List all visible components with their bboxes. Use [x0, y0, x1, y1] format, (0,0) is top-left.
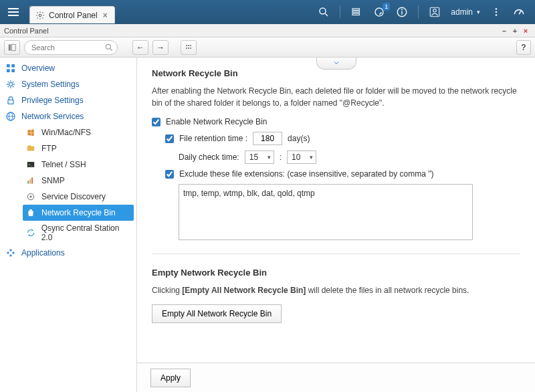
retention-checkbox[interactable]: [165, 134, 174, 143]
exclude-row: Exclude these file extensions: (case ins…: [165, 169, 520, 179]
exclude-textarea[interactable]: [179, 184, 473, 240]
sidebar-item-label: Win/Mac/NFS: [41, 128, 91, 137]
svg-point-23: [186, 47, 187, 49]
svg-rect-16: [9, 44, 11, 50]
sidebar-item-snmp[interactable]: SNMP: [20, 173, 136, 189]
gear-icon: [5, 79, 16, 90]
daily-label: Daily check time:: [179, 153, 239, 162]
search-icon[interactable]: [317, 5, 330, 19]
retention-label: File retention time :: [179, 134, 247, 143]
retention-row: File retention time : day(s): [165, 132, 520, 145]
svg-line-19: [110, 48, 112, 50]
divider: [418, 5, 419, 19]
apply-button[interactable]: Apply: [150, 369, 191, 387]
close-icon[interactable]: ×: [102, 11, 109, 20]
terminal-icon: >_: [25, 159, 36, 170]
svg-point-1: [320, 8, 326, 14]
notification-badge: 1: [383, 3, 390, 11]
grid-view-button[interactable]: [181, 40, 197, 55]
folder-icon: [25, 143, 36, 154]
help-button[interactable]: ?: [516, 40, 531, 55]
sidebar-item-system-settings[interactable]: System Settings: [0, 76, 136, 92]
svg-point-0: [39, 14, 41, 17]
window-titlebar: Control Panel – + ×: [0, 24, 535, 37]
top-bar: Control Panel × 1 admin ▾: [0, 0, 535, 24]
svg-rect-37: [27, 181, 29, 184]
user-icon[interactable]: [428, 5, 441, 19]
sidebar-item-telnet-ssh[interactable]: >_ Telnet / SSH: [20, 157, 136, 173]
svg-point-18: [106, 44, 110, 49]
window-maximize-button[interactable]: +: [510, 27, 520, 35]
svg-point-30: [9, 82, 12, 86]
sidebar-item-privilege-settings[interactable]: Privilege Settings: [0, 92, 136, 108]
retention-unit: day(s): [288, 134, 310, 143]
sidebar-item-label: Network Services: [21, 112, 84, 121]
content-area: Network Recycle Bin After enabling the N…: [137, 58, 535, 392]
svg-line-15: [519, 11, 521, 14]
sidebar-item-label: Applications: [21, 248, 65, 258]
globe-icon: [5, 111, 16, 122]
tab-label: Control Panel: [49, 11, 98, 20]
svg-rect-38: [29, 179, 31, 184]
sidebar-item-network-recycle-bin[interactable]: Network Recycle Bin: [23, 205, 134, 221]
sidebar-item-label: Telnet / SSH: [41, 160, 86, 169]
daily-hour-select[interactable]: 15: [245, 151, 274, 164]
tasks-icon[interactable]: [350, 5, 363, 19]
overview-icon: [5, 63, 16, 74]
sidebar-item-label: System Settings: [21, 80, 80, 89]
svg-point-41: [29, 195, 32, 198]
forward-button[interactable]: →: [152, 40, 169, 55]
window-minimize-button[interactable]: –: [499, 27, 510, 35]
window-close-button[interactable]: ×: [520, 27, 531, 35]
retention-input[interactable]: [253, 132, 282, 145]
info-icon[interactable]: [395, 5, 409, 19]
svg-point-20: [186, 45, 187, 46]
sidebar-item-label: SNMP: [41, 176, 65, 185]
empty-all-button[interactable]: Empty All Network Recycle Bin: [152, 304, 282, 323]
toolbar: ← → ?: [0, 37, 535, 58]
discovery-icon: [25, 191, 36, 202]
daily-min-select[interactable]: 10: [287, 151, 316, 164]
gear-icon: [35, 11, 45, 20]
sidebar-item-network-services[interactable]: Network Services: [0, 108, 136, 124]
daily-check-row: Daily check time: 15 : 10: [179, 151, 520, 164]
section-description: After enabling the Network Recycle Bin, …: [152, 85, 520, 109]
sidebar-item-ftp[interactable]: FTP: [20, 140, 136, 157]
sidebar-item-applications[interactable]: Applications: [0, 245, 136, 261]
enable-label: Enable Network Recycle Bin: [166, 117, 267, 126]
svg-point-12: [496, 8, 497, 9]
sidebar-item-overview[interactable]: Overview: [0, 60, 136, 76]
section-title: Empty Network Recycle Bin: [152, 268, 520, 278]
enable-row: Enable Network Recycle Bin: [152, 117, 520, 126]
menu-icon[interactable]: [4, 3, 23, 21]
user-menu[interactable]: admin ▾: [451, 7, 480, 17]
svg-point-21: [188, 45, 189, 46]
toggle-sidebar-button[interactable]: [4, 40, 20, 55]
back-button[interactable]: ←: [132, 40, 148, 55]
svg-rect-27: [11, 64, 15, 68]
svg-rect-4: [352, 11, 360, 13]
enable-checkbox[interactable]: [152, 118, 160, 126]
sidebar-item-qsync[interactable]: Qsync Central Station 2.0: [20, 221, 136, 245]
svg-point-24: [188, 47, 189, 49]
sidebar-item-winmacnfs[interactable]: Win/Mac/NFS: [20, 124, 136, 140]
search-wrap: [24, 40, 118, 55]
search-input[interactable]: [24, 40, 118, 55]
sidebar-item-service-discovery[interactable]: Service Discovery: [20, 189, 136, 205]
svg-line-2: [326, 13, 328, 16]
more-icon[interactable]: [490, 5, 503, 19]
sidebar: Overview System Settings Privilege Setti…: [0, 58, 137, 392]
trash-icon: [25, 207, 36, 218]
dashboard-icon[interactable]: [512, 5, 526, 19]
tab-control-panel[interactable]: Control Panel ×: [29, 6, 115, 23]
sidebar-item-label: Service Discovery: [41, 192, 106, 201]
notification-icon[interactable]: 1: [372, 5, 386, 19]
chevron-down-icon: ▾: [477, 9, 480, 15]
svg-rect-39: [31, 177, 33, 183]
expand-panel-button[interactable]: [316, 58, 356, 70]
svg-rect-5: [352, 13, 360, 15]
exclude-checkbox[interactable]: [165, 170, 174, 179]
svg-text:>_: >_: [29, 163, 33, 167]
user-name: admin: [451, 7, 473, 17]
sidebar-item-label: Qsync Central Station 2.0: [41, 223, 131, 242]
